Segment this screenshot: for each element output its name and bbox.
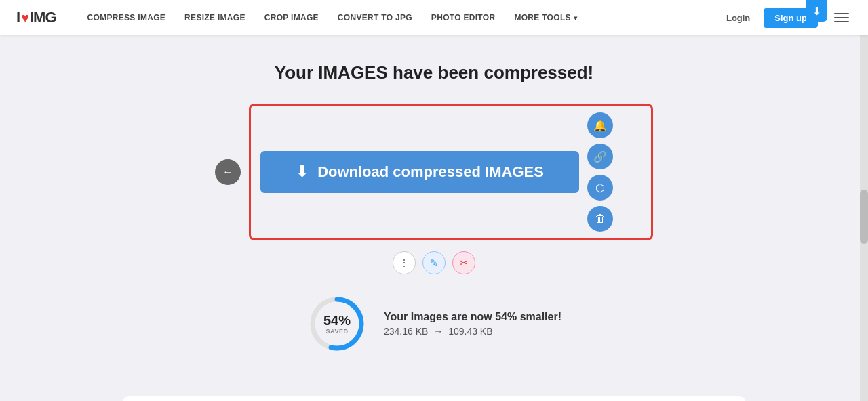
download-section: ← ⬇ Download compressed IMAGES 🔔 🔗 ⬡ 🗑 — [183, 104, 685, 240]
more-options-row: ⋮ ✎ ✂ — [183, 251, 685, 274]
login-button[interactable]: Login — [719, 9, 757, 27]
stats-text: Your Images are now 54% smaller! 234.16 … — [384, 311, 561, 337]
logo-heart: ♥ — [21, 10, 28, 26]
image-edit-button[interactable]: ✎ — [422, 251, 446, 274]
logo[interactable]: I ♥ IMG — [16, 9, 56, 26]
nav-link-compress[interactable]: COMPRESS IMAGE — [78, 0, 176, 35]
stats-section: 54% SAVED Your Images are now 54% smalle… — [183, 293, 685, 354]
download-corner-icon: ⬇ — [806, 0, 827, 22]
progress-circle: 54% SAVED — [307, 293, 368, 354]
logo-i: I — [16, 9, 20, 26]
dots-icon: ⋮ — [399, 257, 409, 268]
trash-button[interactable]: 🗑 — [587, 206, 613, 232]
stat-arrow: → — [433, 326, 443, 337]
nav-link-more[interactable]: MORE TOOLS — [505, 0, 587, 35]
download-button[interactable]: ⬇ Download compressed IMAGES — [260, 151, 579, 193]
download-box: ⬇ Download compressed IMAGES 🔔 🔗 ⬡ 🗑 — [249, 104, 653, 240]
nav-link-photo[interactable]: PHOTO EDITOR — [422, 0, 505, 35]
dropbox-icon: ⬡ — [595, 182, 605, 194]
hamburger-menu[interactable] — [831, 10, 852, 25]
nav-link-crop[interactable]: CROP IMAGE — [255, 0, 328, 35]
back-icon: ← — [222, 166, 233, 178]
scissors-icon: ✂ — [460, 257, 468, 268]
stat-detail: 234.16 KB → 109.43 KB — [384, 326, 561, 337]
image-edit-icon: ✎ — [430, 257, 438, 268]
dropbox-button[interactable]: ⬡ — [587, 175, 613, 200]
nav-link-resize[interactable]: RESIZE IMAGE — [175, 0, 255, 35]
bell-icon: 🔔 — [593, 119, 607, 132]
link-button[interactable]: 🔗 — [587, 144, 613, 169]
nav-right: Login Sign up — [719, 8, 852, 28]
scissors-button[interactable]: ✂ — [452, 251, 475, 274]
hamburger-line3 — [834, 21, 849, 22]
link-icon: 🔗 — [593, 150, 607, 163]
back-button[interactable]: ← — [215, 159, 241, 185]
stat-headline: Your Images are now 54% smaller! — [384, 311, 561, 323]
stat-from: 234.16 KB — [384, 326, 428, 337]
navbar: ⬇ I ♥ IMG COMPRESS IMAGE RESIZE IMAGE CR… — [0, 0, 868, 35]
trash-icon: 🗑 — [595, 213, 606, 225]
hamburger-line2 — [834, 17, 849, 18]
nav-link-convert[interactable]: CONVERT TO JPG — [328, 0, 422, 35]
dots-button[interactable]: ⋮ — [393, 251, 416, 274]
hamburger-line1 — [834, 13, 849, 14]
saved-label: SAVED — [323, 328, 351, 335]
scrollbar[interactable] — [860, 0, 868, 401]
percent-value: 54% — [323, 313, 351, 328]
action-icons: 🔔 🔗 ⬡ 🗑 — [587, 112, 642, 232]
scrollbar-thumb[interactable] — [860, 190, 868, 244]
stat-to: 109.43 KB — [448, 326, 492, 337]
share-card: How can you thank us? Spread the word! P… — [122, 396, 746, 401]
download-icon: ⬇ — [296, 163, 308, 181]
main-content: Your IMAGES have been compressed! ← ⬇ Do… — [170, 35, 698, 396]
nav-links: COMPRESS IMAGE RESIZE IMAGE CROP IMAGE C… — [78, 0, 719, 35]
logo-img: IMG — [30, 9, 56, 26]
bell-button[interactable]: 🔔 — [587, 112, 613, 138]
success-title: Your IMAGES have been compressed! — [183, 62, 685, 83]
download-button-label: Download compressed IMAGES — [317, 163, 544, 181]
